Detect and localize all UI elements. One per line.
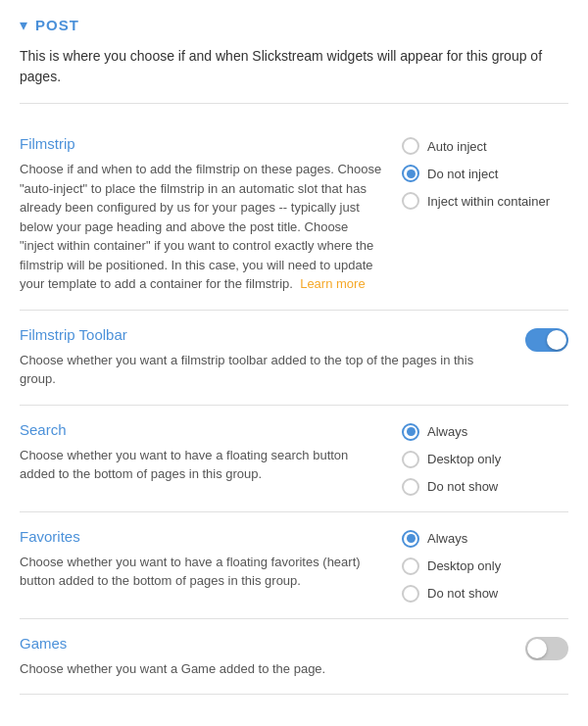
search-always-option[interactable]: Always: [402, 423, 568, 441]
filmstrip-do-not-inject-option[interactable]: Do not inject: [402, 165, 568, 182]
favorites-always-radio[interactable]: [402, 530, 419, 548]
section-title: POST: [35, 17, 79, 33]
search-always-label: Always: [427, 424, 467, 439]
search-desktop-only-radio[interactable]: [402, 451, 419, 468]
search-do-not-show-label: Do not show: [427, 479, 498, 494]
favorites-do-not-show-option[interactable]: Do not show: [402, 585, 568, 603]
favorites-description: Choose whether you want to have a floati…: [20, 553, 382, 591]
search-options: Always Desktop only Do not show: [402, 421, 568, 496]
filmstrip-auto-inject-label: Auto inject: [427, 139, 487, 154]
favorites-label: Favorites: [20, 528, 382, 545]
favorites-desktop-only-radio[interactable]: [402, 557, 419, 575]
filmstrip-toolbar-toggle-container: [525, 326, 568, 352]
section-description: This is where you choose if and when Sli…: [20, 46, 568, 104]
filmstrip-toolbar-label: Filmstrip Toolbar: [20, 326, 506, 343]
games-toggle-knob: [527, 639, 547, 658]
filmstrip-auto-inject-radio[interactable]: [402, 137, 419, 155]
favorites-always-option[interactable]: Always: [402, 530, 568, 548]
search-setting: Search Choose whether you want to have a…: [20, 406, 568, 512]
favorites-desktop-only-option[interactable]: Desktop only: [402, 557, 568, 575]
search-description: Choose whether you want to have a floati…: [20, 446, 382, 484]
filmstrip-inject-within-radio[interactable]: [402, 192, 419, 210]
filmstrip-auto-inject-option[interactable]: Auto inject: [402, 137, 568, 155]
favorites-setting: Favorites Choose whether you want to hav…: [20, 512, 568, 619]
page-container: ▾ POST This is where you choose if and w…: [0, 0, 588, 710]
search-always-radio[interactable]: [402, 423, 419, 441]
filmstrip-inject-within-label: Inject within container: [427, 194, 550, 209]
filmstrip-left: Filmstrip Choose if and when to add the …: [20, 135, 382, 294]
filmstrip-toolbar-toggle-knob: [547, 330, 566, 350]
search-label: Search: [20, 421, 382, 438]
filmstrip-description: Choose if and when to add the filmstrip …: [20, 160, 382, 294]
favorites-do-not-show-radio[interactable]: [402, 585, 419, 603]
filmstrip-inject-within-option[interactable]: Inject within container: [402, 192, 568, 210]
favorites-always-label: Always: [427, 531, 467, 546]
search-desktop-only-label: Desktop only: [427, 452, 501, 466]
search-do-not-show-option[interactable]: Do not show: [402, 478, 568, 496]
filmstrip-toolbar-setting: Filmstrip Toolbar Choose whether you wan…: [20, 311, 568, 406]
filmstrip-do-not-inject-radio[interactable]: [402, 165, 419, 182]
filmstrip-toolbar-left: Filmstrip Toolbar Choose whether you wan…: [20, 326, 506, 389]
filmstrip-setting: Filmstrip Choose if and when to add the …: [20, 120, 568, 311]
games-toggle-container: [525, 635, 568, 660]
search-do-not-show-radio[interactable]: [402, 478, 419, 496]
filmstrip-options: Auto inject Do not inject Inject within …: [402, 135, 568, 210]
learn-more-link[interactable]: Learn more: [300, 276, 365, 291]
filmstrip-do-not-inject-label: Do not inject: [427, 167, 498, 181]
section-header: ▾ POST: [20, 16, 568, 34]
filmstrip-toolbar-description: Choose whether you want a filmstrip tool…: [20, 351, 506, 389]
games-toggle[interactable]: [525, 637, 568, 660]
favorites-desktop-only-label: Desktop only: [427, 558, 501, 573]
filmstrip-toolbar-toggle[interactable]: [525, 328, 568, 352]
games-label: Games: [20, 635, 506, 652]
favorites-do-not-show-label: Do not show: [427, 586, 498, 601]
chevron-down-icon: ▾: [20, 16, 27, 34]
favorites-options: Always Desktop only Do not show: [402, 528, 568, 603]
filmstrip-label: Filmstrip: [20, 135, 382, 152]
search-desktop-only-option[interactable]: Desktop only: [402, 451, 568, 468]
favorites-left: Favorites Choose whether you want to hav…: [20, 528, 382, 591]
games-left: Games Choose whether you want a Game add…: [20, 635, 506, 679]
search-left: Search Choose whether you want to have a…: [20, 421, 382, 484]
games-description: Choose whether you want a Game added to …: [20, 659, 506, 679]
games-setting: Games Choose whether you want a Game add…: [20, 619, 568, 696]
